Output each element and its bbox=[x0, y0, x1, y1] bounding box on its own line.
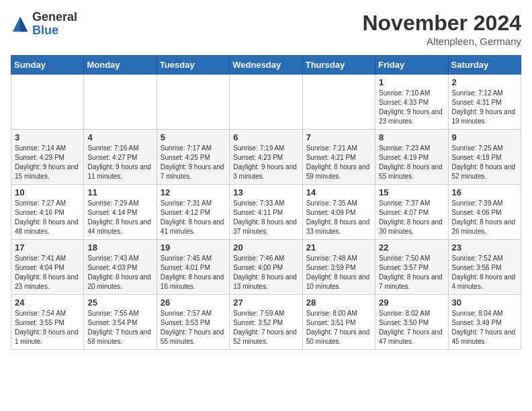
day-number: 16 bbox=[452, 187, 517, 197]
day-number: 15 bbox=[379, 187, 444, 197]
day-number: 1 bbox=[379, 77, 444, 87]
day-info: Sunrise: 7:14 AM Sunset: 4:29 PM Dayligh… bbox=[15, 144, 80, 181]
calendar-cell: 5Sunrise: 7:17 AM Sunset: 4:25 PM Daylig… bbox=[157, 130, 229, 185]
day-info: Sunrise: 7:50 AM Sunset: 3:57 PM Dayligh… bbox=[379, 254, 444, 291]
day-number: 5 bbox=[161, 132, 226, 142]
day-info: Sunrise: 8:04 AM Sunset: 3:49 PM Dayligh… bbox=[452, 309, 517, 347]
day-number: 29 bbox=[379, 298, 444, 308]
day-number: 28 bbox=[306, 298, 371, 308]
day-info: Sunrise: 7:43 AM Sunset: 4:03 PM Dayligh… bbox=[87, 254, 152, 291]
day-info: Sunrise: 7:54 AM Sunset: 3:55 PM Dayligh… bbox=[15, 309, 80, 347]
day-info: Sunrise: 7:57 AM Sunset: 3:53 PM Dayligh… bbox=[161, 309, 226, 347]
day-number: 4 bbox=[87, 132, 152, 142]
calendar-cell: 29Sunrise: 8:02 AM Sunset: 3:50 PM Dayli… bbox=[375, 295, 448, 350]
day-info: Sunrise: 7:23 AM Sunset: 4:19 PM Dayligh… bbox=[379, 144, 444, 181]
day-info: Sunrise: 7:17 AM Sunset: 4:25 PM Dayligh… bbox=[161, 144, 226, 181]
logo-blue: Blue bbox=[32, 24, 58, 37]
day-number: 21 bbox=[306, 242, 371, 253]
day-info: Sunrise: 7:12 AM Sunset: 4:31 PM Dayligh… bbox=[452, 89, 517, 126]
day-info: Sunrise: 7:46 AM Sunset: 4:00 PM Dayligh… bbox=[233, 254, 298, 291]
day-info: Sunrise: 7:39 AM Sunset: 4:06 PM Dayligh… bbox=[452, 199, 517, 236]
day-number: 25 bbox=[87, 298, 152, 308]
day-info: Sunrise: 7:27 AM Sunset: 4:16 PM Dayligh… bbox=[15, 199, 80, 236]
day-number: 13 bbox=[233, 187, 298, 197]
day-number: 10 bbox=[15, 187, 80, 197]
day-info: Sunrise: 7:45 AM Sunset: 4:01 PM Dayligh… bbox=[161, 254, 226, 291]
day-info: Sunrise: 8:02 AM Sunset: 3:50 PM Dayligh… bbox=[379, 309, 444, 347]
day-header-wednesday: Wednesday bbox=[230, 56, 302, 75]
day-header-friday: Friday bbox=[375, 56, 448, 75]
day-info: Sunrise: 7:25 AM Sunset: 4:18 PM Dayligh… bbox=[452, 144, 517, 181]
day-number: 23 bbox=[452, 242, 517, 253]
day-number: 8 bbox=[379, 132, 444, 142]
day-info: Sunrise: 7:55 AM Sunset: 3:54 PM Dayligh… bbox=[87, 309, 152, 347]
day-header-sunday: Sunday bbox=[11, 56, 84, 75]
calendar-cell bbox=[230, 75, 302, 130]
calendar-cell: 11Sunrise: 7:29 AM Sunset: 4:14 PM Dayli… bbox=[84, 185, 157, 240]
logo-general: General bbox=[32, 10, 77, 24]
day-info: Sunrise: 7:33 AM Sunset: 4:11 PM Dayligh… bbox=[233, 199, 298, 236]
calendar-cell: 9Sunrise: 7:25 AM Sunset: 4:18 PM Daylig… bbox=[448, 130, 521, 185]
calendar-cell: 23Sunrise: 7:52 AM Sunset: 3:56 PM Dayli… bbox=[448, 240, 521, 295]
calendar-cell: 2Sunrise: 7:12 AM Sunset: 4:31 PM Daylig… bbox=[448, 75, 521, 130]
day-number: 12 bbox=[161, 187, 226, 197]
week-row-1: 1Sunrise: 7:10 AM Sunset: 4:33 PM Daylig… bbox=[11, 75, 521, 130]
day-number: 27 bbox=[233, 298, 298, 308]
day-header-saturday: Saturday bbox=[448, 56, 521, 75]
day-number: 11 bbox=[87, 187, 152, 197]
week-row-4: 17Sunrise: 7:41 AM Sunset: 4:04 PM Dayli… bbox=[11, 240, 521, 295]
calendar-cell: 24Sunrise: 7:54 AM Sunset: 3:55 PM Dayli… bbox=[11, 295, 84, 350]
day-number: 3 bbox=[15, 132, 80, 142]
calendar-cell: 1Sunrise: 7:10 AM Sunset: 4:33 PM Daylig… bbox=[375, 75, 448, 130]
week-row-5: 24Sunrise: 7:54 AM Sunset: 3:55 PM Dayli… bbox=[11, 295, 521, 350]
calendar-cell: 17Sunrise: 7:41 AM Sunset: 4:04 PM Dayli… bbox=[11, 240, 84, 295]
svg-marker-1 bbox=[20, 17, 28, 32]
day-info: Sunrise: 7:31 AM Sunset: 4:12 PM Dayligh… bbox=[161, 199, 226, 236]
day-number: 9 bbox=[452, 132, 517, 142]
calendar-body: 1Sunrise: 7:10 AM Sunset: 4:33 PM Daylig… bbox=[11, 75, 521, 350]
logo: General Blue bbox=[11, 11, 77, 38]
day-header-tuesday: Tuesday bbox=[157, 56, 229, 75]
calendar-cell: 13Sunrise: 7:33 AM Sunset: 4:11 PM Dayli… bbox=[230, 185, 302, 240]
calendar-cell: 3Sunrise: 7:14 AM Sunset: 4:29 PM Daylig… bbox=[11, 130, 84, 185]
page-header: General Blue November 2024 Altenpleen, G… bbox=[11, 11, 521, 47]
calendar-cell: 20Sunrise: 7:46 AM Sunset: 4:00 PM Dayli… bbox=[230, 240, 302, 295]
day-number: 18 bbox=[87, 242, 152, 253]
calendar-cell: 10Sunrise: 7:27 AM Sunset: 4:16 PM Dayli… bbox=[11, 185, 84, 240]
month-title: November 2024 bbox=[362, 11, 521, 36]
calendar-cell: 26Sunrise: 7:57 AM Sunset: 3:53 PM Dayli… bbox=[157, 295, 229, 350]
calendar-cell: 21Sunrise: 7:48 AM Sunset: 3:59 PM Dayli… bbox=[302, 240, 375, 295]
calendar-cell: 14Sunrise: 7:35 AM Sunset: 4:09 PM Dayli… bbox=[302, 185, 375, 240]
calendar-cell: 7Sunrise: 7:21 AM Sunset: 4:21 PM Daylig… bbox=[302, 130, 375, 185]
day-number: 17 bbox=[15, 242, 80, 253]
day-info: Sunrise: 7:41 AM Sunset: 4:04 PM Dayligh… bbox=[15, 254, 80, 291]
day-number: 2 bbox=[452, 77, 517, 87]
day-info: Sunrise: 7:10 AM Sunset: 4:33 PM Dayligh… bbox=[379, 89, 444, 126]
day-info: Sunrise: 7:52 AM Sunset: 3:56 PM Dayligh… bbox=[452, 254, 517, 291]
logo-text: General Blue bbox=[32, 11, 77, 38]
calendar-cell: 27Sunrise: 7:59 AM Sunset: 3:52 PM Dayli… bbox=[230, 295, 302, 350]
day-header-monday: Monday bbox=[84, 56, 157, 75]
day-number: 20 bbox=[233, 242, 298, 253]
title-area: November 2024 Altenpleen, Germany bbox=[362, 11, 521, 47]
calendar-cell: 4Sunrise: 7:16 AM Sunset: 4:27 PM Daylig… bbox=[84, 130, 157, 185]
day-info: Sunrise: 7:48 AM Sunset: 3:59 PM Dayligh… bbox=[306, 254, 371, 291]
calendar-cell: 6Sunrise: 7:19 AM Sunset: 4:23 PM Daylig… bbox=[230, 130, 302, 185]
day-info: Sunrise: 7:16 AM Sunset: 4:27 PM Dayligh… bbox=[87, 144, 152, 181]
location: Altenpleen, Germany bbox=[362, 36, 521, 47]
day-number: 6 bbox=[233, 132, 298, 142]
day-info: Sunrise: 7:19 AM Sunset: 4:23 PM Dayligh… bbox=[233, 144, 298, 181]
calendar-cell: 15Sunrise: 7:37 AM Sunset: 4:07 PM Dayli… bbox=[375, 185, 448, 240]
day-info: Sunrise: 7:37 AM Sunset: 4:07 PM Dayligh… bbox=[379, 199, 444, 236]
week-row-3: 10Sunrise: 7:27 AM Sunset: 4:16 PM Dayli… bbox=[11, 185, 521, 240]
logo-icon bbox=[11, 15, 30, 34]
day-header-thursday: Thursday bbox=[302, 56, 375, 75]
calendar-cell: 25Sunrise: 7:55 AM Sunset: 3:54 PM Dayli… bbox=[84, 295, 157, 350]
day-number: 7 bbox=[306, 132, 371, 142]
week-row-2: 3Sunrise: 7:14 AM Sunset: 4:29 PM Daylig… bbox=[11, 130, 521, 185]
calendar-cell: 8Sunrise: 7:23 AM Sunset: 4:19 PM Daylig… bbox=[375, 130, 448, 185]
calendar-cell bbox=[11, 75, 84, 130]
calendar-header-row: SundayMondayTuesdayWednesdayThursdayFrid… bbox=[11, 56, 521, 75]
calendar-cell bbox=[302, 75, 375, 130]
day-info: Sunrise: 7:29 AM Sunset: 4:14 PM Dayligh… bbox=[87, 199, 152, 236]
